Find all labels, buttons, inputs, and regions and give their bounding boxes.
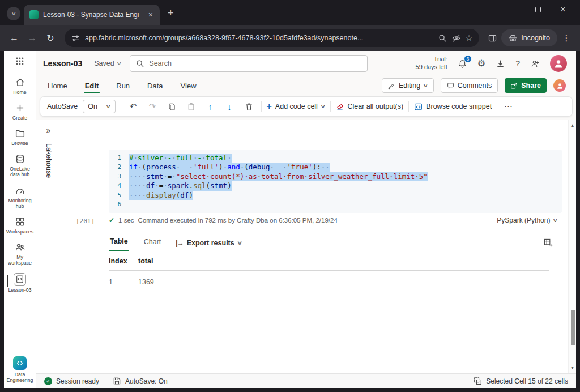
chevron-down-icon: ∨ — [105, 104, 111, 109]
sidebar-item-monitoring-hub[interactable]: Monitoring hub — [4, 184, 36, 211]
redo-button[interactable]: ↷ — [146, 100, 160, 114]
delete-cell-button[interactable] — [242, 100, 256, 114]
browser-tab[interactable]: Lesson-03 - Synapse Data Engi × — [24, 5, 160, 25]
presence-avatar[interactable] — [553, 79, 566, 92]
share-button[interactable]: Share — [505, 78, 547, 93]
person-icon — [556, 82, 564, 90]
feedback-button[interactable] — [531, 59, 539, 68]
tab-view[interactable]: View — [180, 78, 198, 94]
tab-run[interactable]: Run — [115, 78, 131, 94]
comments-button[interactable]: Comments — [441, 78, 498, 93]
settings-button[interactable]: ⚙ — [477, 59, 485, 68]
search-input[interactable] — [149, 59, 361, 67]
sidebar-item-browse[interactable]: Browse — [4, 126, 36, 148]
browse-code-snippet-button[interactable]: Browse code snippet — [414, 103, 492, 111]
notifications-button[interactable]: 3 — [458, 59, 467, 68]
close-button[interactable]: × — [551, 0, 575, 19]
kernel-dropdown[interactable]: PySpark (Python)∨ — [497, 216, 562, 224]
fabric-app: Home Create Browse OneLake data hub Moni… — [4, 51, 576, 388]
sidebar-item-workspaces[interactable]: Workspaces — [4, 215, 36, 236]
code-cell-editor[interactable]: 1#·silver·-·full·-·total·2if·(process·==… — [109, 150, 562, 213]
tab-close-icon[interactable]: × — [147, 10, 154, 19]
tab-search-button[interactable]: ∨ — [7, 7, 20, 20]
add-code-cell-button[interactable]: + Add code cell ∨ — [267, 101, 325, 112]
sidebar-item-onelake-data-hub[interactable]: OneLake data hub — [4, 152, 36, 179]
scroll-down-icon[interactable]: ▼ — [570, 365, 575, 370]
home-icon — [15, 77, 25, 88]
downloads-button[interactable] — [496, 59, 505, 68]
copy-button[interactable] — [165, 100, 179, 114]
sidebar-item-create[interactable]: Create — [4, 101, 36, 122]
cells-selection-icon — [474, 377, 482, 385]
tab-table[interactable]: Table — [109, 235, 129, 251]
table-view-button[interactable] — [544, 238, 562, 248]
editing-mode-dropdown[interactable]: Editing∨ — [382, 78, 434, 93]
tab-chart[interactable]: Chart — [143, 236, 163, 250]
scrollbar-thumb[interactable] — [571, 310, 575, 345]
header-actions: Trial: 59 days left 3 ⚙ ? — [416, 55, 569, 72]
eye-blocked-icon[interactable] — [452, 34, 460, 42]
chevron-down-icon: ∨ — [423, 83, 429, 88]
browser-nav-bar: ← → ↻ app.fabric.microsoft.com/groups/a6… — [0, 25, 580, 51]
divider — [121, 101, 121, 112]
clear-outputs-icon — [336, 103, 344, 111]
sidebar-item-lesson-03[interactable]: Lesson-03 — [4, 271, 36, 295]
zoom-icon[interactable] — [438, 34, 447, 42]
autosave-dropdown[interactable]: On∨ — [83, 100, 115, 113]
main-area: Lesson-03 Saved∨ Trial: 59 days left 3 ⚙ — [36, 51, 576, 388]
tab-data[interactable]: Data — [146, 78, 164, 94]
tab-edit[interactable]: Edit — [84, 78, 100, 94]
more-options-button[interactable]: ⋯ — [501, 100, 515, 114]
undo-button[interactable]: ↶ — [126, 100, 140, 114]
help-icon: ? — [515, 59, 520, 68]
ribbon-menu: Home Edit Run Data View Editing∨ Comment… — [36, 76, 576, 95]
maximize-icon — [535, 7, 541, 12]
sidebar-item-home[interactable]: Home — [4, 75, 36, 97]
expand-panel-icon[interactable]: » — [46, 126, 51, 135]
paste-icon — [187, 103, 195, 111]
notification-badge: 3 — [464, 55, 472, 63]
divider — [261, 101, 262, 112]
divider — [330, 101, 331, 112]
move-cell-up-button[interactable]: ↑ — [203, 100, 218, 114]
trash-icon — [245, 103, 253, 111]
notebook-icon-box — [14, 273, 26, 286]
comment-icon — [447, 82, 454, 90]
incognito-label: Incognito — [521, 34, 550, 42]
minimize-icon — [510, 10, 517, 10]
back-button[interactable]: ← — [6, 29, 23, 46]
minimize-button[interactable] — [501, 0, 526, 19]
help-button[interactable]: ? — [515, 59, 520, 68]
split-screen-icon[interactable] — [488, 34, 497, 42]
site-settings-icon[interactable] — [71, 34, 80, 42]
refresh-button[interactable]: ↻ — [42, 29, 59, 46]
incognito-badge: Incognito — [501, 29, 557, 46]
database-icon — [15, 154, 25, 164]
saved-status-dropdown[interactable]: Saved∨ — [94, 59, 121, 67]
maximize-button[interactable] — [526, 0, 551, 19]
scroll-up-icon[interactable]: ▲ — [570, 123, 575, 128]
address-bar[interactable]: app.fabric.microsoft.com/groups/a668a328… — [65, 29, 479, 47]
forward-button[interactable]: → — [24, 29, 41, 46]
data-engineering-icon — [13, 356, 27, 370]
app-launcher-button[interactable] — [15, 57, 24, 66]
sidebar-item-data-engineering[interactable]: Data Engineering — [4, 355, 36, 385]
chevron-down-icon: ∨ — [237, 240, 242, 246]
favorite-star-icon[interactable]: ☆ — [466, 33, 473, 42]
search-box[interactable] — [130, 55, 368, 72]
clear-all-outputs-button[interactable]: Clear all output(s) — [336, 103, 404, 111]
browser-menu-button[interactable]: ⋮ — [558, 33, 574, 43]
incognito-icon — [509, 34, 517, 42]
new-tab-button[interactable]: + — [168, 7, 174, 19]
paste-button[interactable] — [184, 100, 198, 114]
account-avatar[interactable] — [550, 55, 567, 72]
table-row: 1 1369 — [109, 271, 549, 286]
lakehouse-panel-label[interactable]: Lakehouse — [45, 143, 53, 178]
export-results-dropdown[interactable]: |→ Export results ∨ — [176, 239, 241, 247]
vertical-scrollbar[interactable]: ▲ ▼ — [568, 120, 576, 373]
person-add-icon — [531, 59, 539, 68]
trial-status: Trial: 59 days left — [416, 56, 447, 71]
sidebar-item-my-workspace[interactable]: My workspace — [4, 240, 36, 267]
tab-home[interactable]: Home — [46, 78, 69, 94]
move-cell-down-button[interactable]: ↓ — [223, 100, 237, 114]
